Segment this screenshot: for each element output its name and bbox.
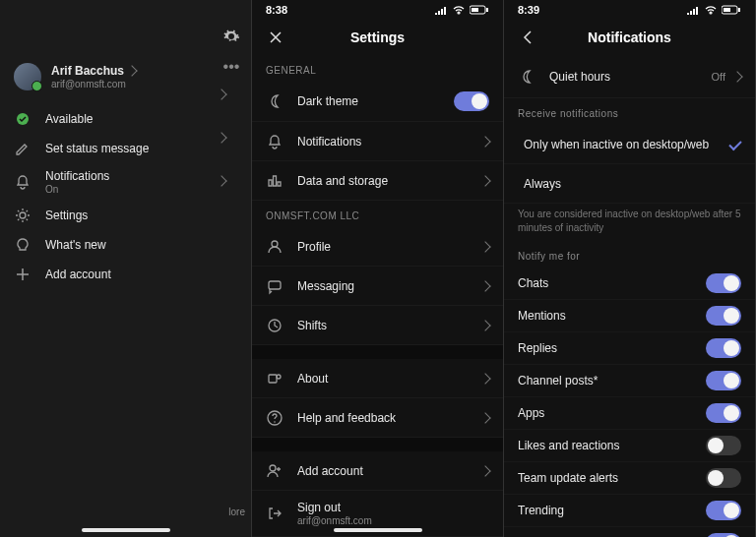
profile-email: arif@onmsft.com	[51, 79, 136, 90]
sidebar-item-label: Set status message	[45, 142, 237, 155]
settings-row[interactable]: Data and storage	[252, 161, 503, 201]
row-label: Messaging	[297, 279, 468, 293]
toggle-label: Mentions	[518, 309, 692, 323]
bell-icon	[14, 173, 32, 191]
phone-notifications: 8:39 Notifications Quiet hoursOffReceive…	[504, 0, 756, 537]
option-label: Only when inactive on desktop/web	[518, 138, 716, 151]
battery-icon	[470, 5, 489, 15]
section-header: ONMSFT.COM LLC	[252, 201, 503, 227]
quiet-icon	[518, 68, 536, 86]
toggle-label: Likes and reactions	[518, 439, 692, 452]
toggle-label: Replies	[518, 341, 692, 355]
notifications-list[interactable]: Quiet hoursOffReceive notificationsOnly …	[504, 55, 755, 537]
sidebar-item[interactable]: Settings	[0, 201, 251, 230]
teams-icon	[266, 370, 284, 388]
sidebar-item[interactable]: Set status message	[0, 134, 251, 163]
message-icon	[266, 277, 284, 295]
close-button[interactable]	[264, 26, 287, 49]
svg-rect-9	[269, 281, 281, 289]
home-indicator[interactable]	[82, 528, 170, 532]
data-icon	[266, 172, 284, 190]
toggle[interactable]	[706, 273, 741, 293]
settings-row[interactable]: Dark theme	[252, 82, 503, 122]
settings-row[interactable]: Messaging	[252, 267, 503, 306]
section-gap	[252, 438, 503, 451]
sidebar-item-label: Available	[45, 112, 237, 126]
receive-option[interactable]: Only when inactive on desktop/web	[504, 125, 755, 164]
settings-row[interactable]: Add account	[252, 451, 503, 491]
chevron-right-icon	[479, 373, 490, 384]
row-label: Help and feedback	[297, 411, 468, 425]
addperson-icon	[266, 462, 284, 480]
home-indicator[interactable]	[334, 528, 422, 532]
toggle[interactable]	[454, 91, 489, 111]
settings-row[interactable]: Profile	[252, 227, 503, 267]
battery-icon	[722, 5, 741, 15]
row-label: About	[297, 372, 468, 386]
notify-toggle-row[interactable]: Shifts	[504, 527, 755, 537]
notify-toggle-row[interactable]: Likes and reactions	[504, 430, 755, 462]
sidebar-item-label: Notifications	[45, 169, 237, 183]
chevron-right-icon	[479, 412, 490, 423]
toggle[interactable]	[706, 403, 741, 423]
wifi-icon	[704, 5, 718, 15]
chevron-right-icon	[479, 175, 490, 186]
chevron-right-icon	[479, 280, 490, 291]
sidebar-item-label: What's new	[45, 238, 237, 252]
settings-row[interactable]: About	[252, 359, 503, 398]
quiet-hours-row[interactable]: Quiet hoursOff	[504, 55, 755, 98]
notify-toggle-row[interactable]: Mentions	[504, 300, 755, 332]
sidebar-item[interactable]: Available	[0, 104, 251, 134]
notify-toggle-row[interactable]: Apps	[504, 397, 755, 430]
page-title: Settings	[350, 30, 405, 45]
sidebar-item[interactable]: Add account	[0, 260, 251, 289]
settings-row[interactable]: Shifts	[252, 306, 503, 345]
toggle[interactable]	[706, 338, 741, 358]
notify-toggle-row[interactable]: Team update alerts	[504, 462, 755, 495]
row-label: Sign out	[297, 501, 475, 514]
profile-row[interactable]: Arif Bacchus arif@onmsft.com	[0, 49, 251, 104]
sidebar-item[interactable]: NotificationsOn	[0, 163, 251, 201]
sidebar-item[interactable]: What's new	[0, 230, 251, 260]
receive-option[interactable]: Always	[504, 164, 755, 204]
notify-toggle-row[interactable]: Replies	[504, 332, 755, 365]
chevron-right-icon	[479, 136, 490, 147]
close-icon	[269, 30, 283, 44]
toggle-label: Apps	[518, 406, 692, 420]
option-label: Always	[518, 177, 727, 191]
row-label: Data and storage	[297, 174, 468, 188]
signal-icon	[686, 5, 700, 15]
settings-row[interactable]: Notifications	[252, 122, 503, 161]
person-icon	[266, 238, 284, 256]
toggle[interactable]	[706, 468, 741, 488]
settings-list[interactable]: GENERALDark themeNotificationsData and s…	[252, 55, 503, 537]
sidebar-menu: AvailableSet status messageNotifications…	[0, 104, 251, 289]
profile-name: Arif Bacchus	[51, 64, 124, 78]
toggle[interactable]	[706, 306, 741, 326]
toggle[interactable]	[706, 436, 741, 455]
bell-icon	[266, 133, 284, 150]
chevron-left-icon	[523, 30, 533, 45]
status-time: 8:38	[266, 4, 287, 16]
back-button[interactable]	[516, 26, 539, 49]
toggle-label: Trending	[518, 504, 692, 517]
status-bar: 8:39	[504, 0, 755, 20]
toggle[interactable]	[706, 533, 741, 537]
signal-icon	[434, 5, 448, 15]
notify-toggle-row[interactable]: Channel posts*	[504, 365, 755, 397]
notify-toggle-row[interactable]: Trending	[504, 495, 755, 527]
gear-icon	[14, 207, 32, 224]
checkmark-icon	[728, 138, 741, 150]
toggle[interactable]	[706, 501, 741, 520]
svg-rect-7	[486, 8, 488, 12]
settings-row[interactable]: Help and feedback	[252, 398, 503, 438]
svg-point-14	[274, 421, 276, 423]
svg-point-4	[20, 212, 26, 218]
gear-icon[interactable]	[222, 28, 240, 45]
plus-icon	[14, 266, 32, 283]
row-label: Add account	[297, 464, 468, 478]
notify-toggle-row[interactable]: Chats	[504, 268, 755, 300]
section-header: Receive notifications	[504, 98, 755, 125]
toggle[interactable]	[706, 371, 741, 390]
status-icons	[434, 5, 489, 15]
